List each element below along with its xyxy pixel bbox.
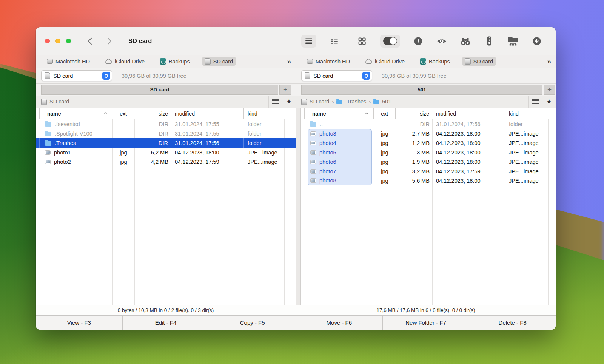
removable-drive-icon xyxy=(45,72,50,79)
file-row[interactable]: .fseventsd DIR 31.01.2024, 17:55 folder xyxy=(36,119,296,129)
back-icon xyxy=(87,37,92,45)
file-row[interactable]: .Trashes DIR 31.01.2024, 17:56 folder xyxy=(36,138,296,148)
sort-ascending-icon xyxy=(365,112,369,115)
file-row[interactable]: photo3 jpg 2,7 MB 04.12.2023, 18:00 JPE.… xyxy=(301,129,556,138)
forward-icon xyxy=(107,37,112,45)
drive-tab-macintosh-hd[interactable]: Macintosh HD xyxy=(304,57,353,66)
list-view-button[interactable] xyxy=(301,35,316,48)
file-row[interactable]: .. DIR 31.01.2024, 17:56 folder xyxy=(301,119,556,129)
folder-icon xyxy=(45,141,51,146)
file-name: photo2 xyxy=(54,159,71,165)
forward-button[interactable] xyxy=(106,37,112,45)
file-kind: folder xyxy=(505,119,548,129)
drive-tab-icloud[interactable]: iCloud Drive xyxy=(362,57,408,66)
file-row[interactable]: photo8 jpg 5,6 MB 04.12.2023, 18:00 JPE.… xyxy=(301,176,556,185)
free-space-label: 30,96 GB of 30,99 GB free xyxy=(382,73,447,79)
download-button[interactable] xyxy=(532,35,542,48)
folder-tab[interactable]: 501 xyxy=(301,85,542,95)
column-header-name[interactable]: name xyxy=(305,108,374,119)
preview-button[interactable] xyxy=(436,35,447,48)
removable-drive-icon xyxy=(305,72,310,79)
eye-icon xyxy=(436,37,447,45)
column-header-kind[interactable]: kind xyxy=(505,108,548,119)
detail-view-button[interactable] xyxy=(329,35,340,48)
column-header-modified[interactable]: modified xyxy=(432,108,505,119)
column-header-modified[interactable]: modified xyxy=(171,108,244,119)
file-row[interactable]: photo6 jpg 1,9 MB 04.12.2023, 18:00 JPE.… xyxy=(301,157,556,167)
path-list-button[interactable] xyxy=(528,96,542,108)
copy-button[interactable]: Copy - F5 xyxy=(209,316,296,330)
file-ext: jpg xyxy=(374,167,396,176)
move-button[interactable]: Move - F6 xyxy=(296,316,383,330)
file-ext: jpg xyxy=(374,157,396,167)
star-icon: ★ xyxy=(286,99,291,105)
file-row[interactable]: photo7 jpg 3,2 MB 04.12.2023, 17:59 JPE.… xyxy=(301,167,556,176)
network-button[interactable] xyxy=(507,35,519,48)
file-size: DIR xyxy=(134,129,171,138)
drive-tab-backups[interactable]: Backups xyxy=(156,57,193,66)
close-window-button[interactable] xyxy=(45,39,50,43)
breadcrumb-separator: › xyxy=(369,99,371,105)
file-kind: folder xyxy=(244,138,284,148)
path-list-button[interactable] xyxy=(268,96,282,108)
path-row: SD card ★ SD card › .Trashes › 501 ★ xyxy=(36,96,556,108)
info-button[interactable]: i xyxy=(413,35,424,48)
view-button[interactable]: View - F3 xyxy=(36,316,123,330)
cloud-icon xyxy=(105,59,112,64)
file-list: .. DIR 31.01.2024, 17:56 folder photo3 j… xyxy=(301,119,556,305)
window-title: SD card xyxy=(128,37,152,45)
drive-tab-backups[interactable]: Backups xyxy=(416,57,453,66)
archive-button[interactable] xyxy=(484,35,495,48)
status-left: 0 bytes / 10,3 MB in 0 / 2 file(s). 0 / … xyxy=(118,307,214,313)
drive-select[interactable]: SD card xyxy=(301,70,372,81)
file-name: photo3 xyxy=(319,131,336,137)
file-name: .. xyxy=(320,121,323,127)
favorites-button[interactable]: ★ xyxy=(542,96,556,108)
breadcrumb[interactable]: SD card xyxy=(36,99,69,105)
minimize-window-button[interactable] xyxy=(55,39,60,43)
drive-select-stepper-icon[interactable] xyxy=(362,72,370,80)
back-button[interactable] xyxy=(87,37,93,45)
favorites-button[interactable]: ★ xyxy=(282,96,296,108)
column-header-kind[interactable]: kind xyxy=(244,108,284,119)
tabs-overflow-button[interactable]: » xyxy=(547,57,550,66)
folder-tab[interactable]: SD card xyxy=(41,85,278,95)
drive-select-stepper-icon[interactable] xyxy=(102,72,110,80)
breadcrumb[interactable]: SD card › .Trashes › 501 xyxy=(296,99,391,105)
drive-select[interactable]: SD card xyxy=(41,70,112,81)
dual-pane-toggle[interactable] xyxy=(380,35,400,48)
column-header-ext[interactable]: ext xyxy=(374,108,396,119)
zoom-window-button[interactable] xyxy=(66,39,71,43)
grid-view-button[interactable] xyxy=(357,35,367,48)
file-row[interactable]: .Spotlight-V100 DIR 31.01.2024, 17:55 fo… xyxy=(36,129,296,138)
search-button[interactable] xyxy=(460,35,471,48)
list-icon xyxy=(272,99,279,104)
drive-tab-icloud[interactable]: iCloud Drive xyxy=(102,57,148,66)
delete-button[interactable]: Delete - F8 xyxy=(469,316,556,330)
file-row[interactable]: photo5 jpg 3 MB 04.12.2023, 18:00 JPE...… xyxy=(301,148,556,157)
file-size: 1,9 MB xyxy=(396,157,432,167)
drive-tab-sd-card[interactable]: SD card xyxy=(202,57,236,66)
folder-icon xyxy=(45,132,51,136)
new-folder-button[interactable]: New Folder - F7 xyxy=(383,316,470,330)
column-header-size[interactable]: size xyxy=(134,108,171,119)
file-row[interactable]: photo2 jpg 4,2 MB 04.12.2023, 17:59 JPE.… xyxy=(36,157,296,167)
drive-tab-macintosh-hd[interactable]: Macintosh HD xyxy=(43,57,93,66)
edit-button[interactable]: Edit - F4 xyxy=(123,316,210,330)
file-row[interactable]: photo4 jpg 1,2 MB 04.12.2023, 18:00 JPE.… xyxy=(301,138,556,148)
drive-tab-sd-card[interactable]: SD card xyxy=(462,57,496,66)
titlebar: SD card i xyxy=(36,27,556,55)
column-header-ext[interactable]: ext xyxy=(112,108,134,119)
column-headers: name ext size modified kind xyxy=(301,108,556,119)
column-header-size[interactable]: size xyxy=(396,108,432,119)
free-space-label: 30,96 GB of 30,99 GB free xyxy=(122,73,186,79)
file-modified: 31.01.2024, 17:56 xyxy=(171,138,244,148)
file-kind: folder xyxy=(244,119,284,129)
tabs-overflow-button[interactable]: » xyxy=(287,57,290,66)
add-tab-button[interactable]: + xyxy=(279,85,291,95)
pane-splitter[interactable] xyxy=(296,108,301,305)
column-header-name[interactable]: name xyxy=(40,108,112,119)
image-file-icon xyxy=(310,169,316,174)
add-tab-button[interactable]: + xyxy=(544,85,555,95)
file-row[interactable]: photo1 jpg 6,2 MB 04.12.2023, 18:00 JPE.… xyxy=(36,148,296,157)
